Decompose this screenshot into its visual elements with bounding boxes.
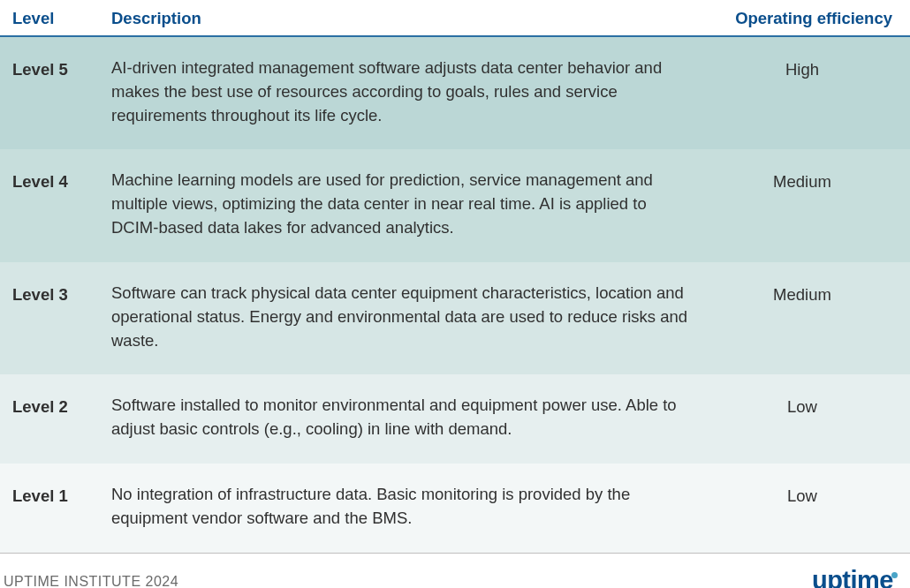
table-footer: UPTIME INSTITUTE 2024 uptime INTELLIGENC…	[0, 553, 910, 588]
cell-efficiency: Medium	[712, 282, 898, 352]
cell-description: Machine learning models are used for pre…	[111, 169, 712, 239]
cell-efficiency: Medium	[712, 169, 898, 239]
header-description: Description	[111, 9, 712, 28]
cell-level: Level 3	[12, 282, 111, 352]
cell-efficiency: Low	[712, 483, 898, 531]
cell-efficiency: High	[712, 57, 898, 127]
table-header-row: Level Description Operating efficiency	[0, 0, 910, 37]
logo-dot-icon	[891, 572, 898, 578]
cell-efficiency: Low	[712, 394, 898, 441]
table-row: Level 4 Machine learning models are used…	[0, 149, 910, 261]
cell-description: AI-driven integrated management software…	[111, 57, 712, 127]
table-row: Level 3 Software can track physical data…	[0, 262, 910, 374]
logo-word: uptime	[812, 568, 898, 588]
header-efficiency: Operating efficiency	[712, 9, 898, 28]
uptime-logo: uptime INTELLIGENCE	[804, 568, 898, 588]
cell-description: Software can track physical data center …	[111, 282, 712, 352]
source-label: UPTIME INSTITUTE 2024	[4, 574, 178, 588]
cell-description: Software installed to monitor environmen…	[111, 394, 712, 441]
logo-main-text: uptime	[812, 566, 893, 588]
cell-level: Level 2	[12, 394, 111, 441]
table-row: Level 2 Software installed to monitor en…	[0, 374, 910, 464]
table-row: Level 1 No integration of infrastructure…	[0, 464, 910, 553]
cell-level: Level 1	[12, 483, 111, 531]
cell-level: Level 5	[12, 57, 111, 127]
table-body: Level 5 AI-driven integrated management …	[0, 37, 910, 553]
maturity-table: Level Description Operating efficiency L…	[0, 0, 910, 588]
cell-description: No integration of infrastructure data. B…	[111, 483, 712, 531]
header-level: Level	[12, 9, 111, 28]
table-row: Level 5 AI-driven integrated management …	[0, 37, 910, 149]
cell-level: Level 4	[12, 169, 111, 239]
